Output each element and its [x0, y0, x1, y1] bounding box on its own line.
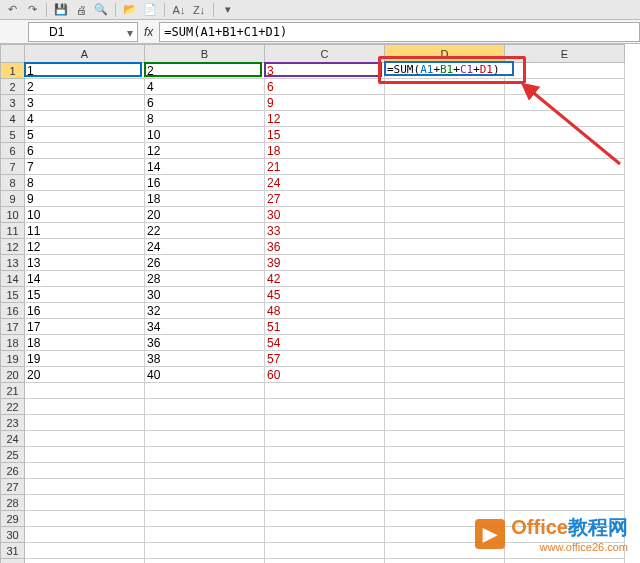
cell[interactable] [385, 559, 505, 564]
row-header[interactable]: 30 [1, 527, 25, 543]
cell[interactable]: 18 [265, 143, 385, 159]
cell[interactable]: 51 [265, 319, 385, 335]
cell[interactable] [385, 239, 505, 255]
cell[interactable]: 20 [145, 207, 265, 223]
cell[interactable] [385, 111, 505, 127]
row-header[interactable]: 23 [1, 415, 25, 431]
cell[interactable]: 19 [25, 351, 145, 367]
cell[interactable] [265, 399, 385, 415]
cell[interactable] [505, 479, 625, 495]
cell[interactable]: 57 [265, 351, 385, 367]
cell[interactable] [385, 191, 505, 207]
cell[interactable]: 60 [265, 367, 385, 383]
cell[interactable] [385, 95, 505, 111]
cell[interactable]: 4 [25, 111, 145, 127]
cell[interactable] [145, 399, 265, 415]
cell[interactable]: 30 [265, 207, 385, 223]
cell[interactable]: 40 [145, 367, 265, 383]
cell[interactable] [265, 383, 385, 399]
row-header[interactable]: 27 [1, 479, 25, 495]
cell[interactable] [385, 175, 505, 191]
cell[interactable] [265, 543, 385, 559]
row-header[interactable]: 6 [1, 143, 25, 159]
cell[interactable] [505, 255, 625, 271]
row-header[interactable]: 16 [1, 303, 25, 319]
cell[interactable] [505, 287, 625, 303]
row-header[interactable]: 31 [1, 543, 25, 559]
cell[interactable]: 12 [25, 239, 145, 255]
row-header[interactable]: 29 [1, 511, 25, 527]
cell[interactable] [385, 303, 505, 319]
cell[interactable] [505, 95, 625, 111]
cell[interactable] [145, 383, 265, 399]
cell[interactable]: 16 [25, 303, 145, 319]
preview-icon[interactable]: 🔍 [93, 3, 109, 16]
cell[interactable]: 7 [25, 159, 145, 175]
cell[interactable] [505, 191, 625, 207]
cell[interactable] [25, 559, 145, 564]
cell[interactable] [385, 351, 505, 367]
cell[interactable]: 24 [265, 175, 385, 191]
cell[interactable]: 38 [145, 351, 265, 367]
cell[interactable]: 18 [145, 191, 265, 207]
row-header[interactable]: 14 [1, 271, 25, 287]
cell[interactable] [145, 543, 265, 559]
cell[interactable] [505, 223, 625, 239]
name-box[interactable]: D1 [28, 22, 138, 42]
cell[interactable] [505, 143, 625, 159]
row-header[interactable]: 32 [1, 559, 25, 564]
cell[interactable]: 54 [265, 335, 385, 351]
cell[interactable] [505, 495, 625, 511]
cell[interactable]: 15 [265, 127, 385, 143]
cell[interactable] [265, 431, 385, 447]
cell[interactable] [385, 415, 505, 431]
cell[interactable]: 34 [145, 319, 265, 335]
cell[interactable] [385, 495, 505, 511]
cell[interactable]: 18 [25, 335, 145, 351]
cell[interactable] [505, 431, 625, 447]
cell[interactable] [145, 495, 265, 511]
dropdown-icon[interactable]: ▾ [220, 3, 236, 16]
cell[interactable] [265, 447, 385, 463]
cell[interactable] [25, 527, 145, 543]
cell[interactable] [145, 527, 265, 543]
cell[interactable] [505, 463, 625, 479]
select-all-corner[interactable] [1, 45, 25, 63]
cell[interactable] [385, 479, 505, 495]
cell[interactable] [505, 319, 625, 335]
cell[interactable] [385, 159, 505, 175]
cell[interactable]: 42 [265, 271, 385, 287]
cell[interactable]: 5 [25, 127, 145, 143]
cell[interactable] [25, 543, 145, 559]
cell[interactable]: 22 [145, 223, 265, 239]
cell[interactable] [385, 463, 505, 479]
cell[interactable] [25, 431, 145, 447]
cell[interactable]: 2 [25, 79, 145, 95]
cell[interactable]: 10 [25, 207, 145, 223]
row-header[interactable]: 9 [1, 191, 25, 207]
cell[interactable] [385, 367, 505, 383]
cell[interactable] [25, 415, 145, 431]
row-header[interactable]: 11 [1, 223, 25, 239]
cell[interactable] [505, 175, 625, 191]
cell[interactable] [505, 559, 625, 564]
cell[interactable]: 48 [265, 303, 385, 319]
cell[interactable] [265, 511, 385, 527]
row-header[interactable]: 5 [1, 127, 25, 143]
cell[interactable] [505, 111, 625, 127]
cell[interactable] [385, 431, 505, 447]
row-header[interactable]: 17 [1, 319, 25, 335]
cell[interactable]: 36 [265, 239, 385, 255]
cell[interactable] [505, 159, 625, 175]
save-icon[interactable]: 💾 [53, 3, 69, 16]
cell[interactable] [265, 463, 385, 479]
cell[interactable] [265, 527, 385, 543]
cell[interactable]: 9 [265, 95, 385, 111]
cell[interactable]: 13 [25, 255, 145, 271]
cell[interactable]: 24 [145, 239, 265, 255]
row-header[interactable]: 4 [1, 111, 25, 127]
row-header[interactable]: 24 [1, 431, 25, 447]
cell[interactable] [385, 255, 505, 271]
cell[interactable] [265, 495, 385, 511]
cell[interactable]: 8 [25, 175, 145, 191]
